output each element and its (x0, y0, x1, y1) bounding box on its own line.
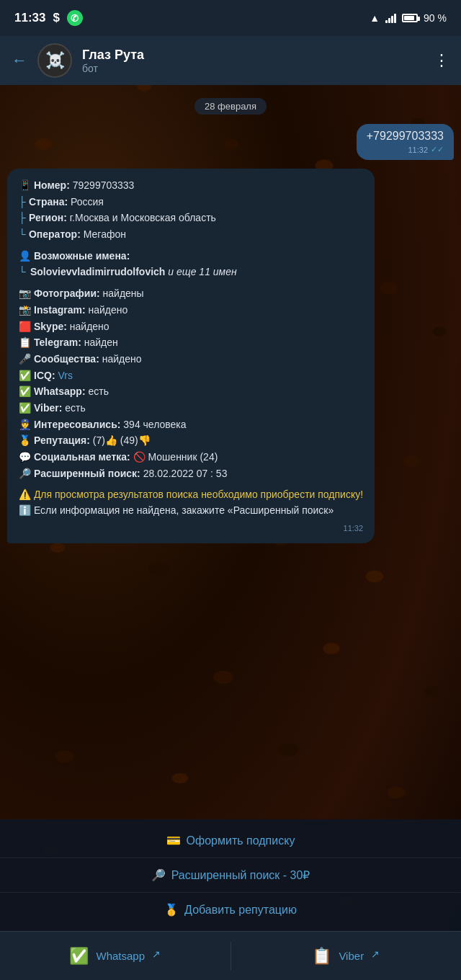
warning2-line: ℹ️ Если информация не найдена, закажите … (19, 503, 363, 518)
status-bar: 11:33 $ ✆ ▲ 90 % (0, 0, 461, 36)
interested-line: 👮 Интересовались: 394 человека (19, 417, 363, 433)
bot-message: 📱 Номер: 79299703333 ├ Страна: Россия ├ … (7, 169, 454, 543)
chat-info: Глаз Рута бот (82, 48, 424, 74)
names-icon: 👤 (19, 249, 31, 264)
outgoing-message: +79299703333 11:32 ✓✓ (7, 124, 454, 160)
tab-whatsapp-label: Whatsapp (96, 950, 145, 962)
battery-percent: 90 % (424, 12, 447, 24)
date-divider: 28 февраля (7, 99, 454, 112)
whatsapp-icon: ✆ (67, 10, 83, 26)
extended-search-line: 🔎 Расширенный поиск: 28.02.2022 07 : 53 (19, 466, 363, 482)
signal-icon (385, 13, 396, 23)
subscribe-button[interactable]: 💳 Оформить подписку (0, 824, 461, 858)
operator-line: └ Оператор: Мегафон (19, 227, 363, 243)
outgoing-time: 11:32 ✓✓ (367, 145, 444, 154)
skype-line: 🟥 Skype: найдено (19, 319, 363, 335)
tab-whatsapp-arrow: ↗ (152, 948, 161, 960)
chat-subtitle: бот (82, 63, 424, 74)
read-checks: ✓✓ (431, 145, 444, 154)
photos-line: 📷 Фотографии: найдены (19, 286, 363, 302)
whatsapp-check-icon: ✅ (19, 384, 31, 400)
battery-icon (402, 14, 418, 22)
region-line: ├ Регион: г.Москва и Московская область (19, 210, 363, 226)
skype-icon: 🟥 (19, 319, 31, 335)
telegram-icon: 📋 (19, 335, 31, 351)
communities-line: 🎤 Сообщества: найдено (19, 352, 363, 368)
avatar-emoji: ☠️ (45, 51, 65, 70)
phone-icon: 📱 (19, 178, 31, 194)
viber-line: ✅ Viber: есть (19, 401, 363, 416)
warning1-line: ⚠️ Для просмотра результатов поиска необ… (19, 487, 363, 502)
whatsapp-status-icon: $ (53, 11, 59, 25)
extended-search-icon: 🔎 (151, 868, 166, 882)
avatar: ☠️ (37, 43, 72, 78)
names-header-line: 👤 Возможные имена: (19, 249, 363, 264)
instagram-icon: 📸 (19, 303, 31, 318)
instagram-line: 📸 Instagram: найдено (19, 303, 363, 318)
chat-name: Глаз Рута (82, 48, 424, 63)
search-icon: 🔎 (19, 466, 31, 482)
social-tag-icon: 💬 (19, 450, 31, 466)
subscribe-label: Оформить подписку (187, 834, 295, 847)
phone-number-line: 📱 Номер: 79299703333 (19, 178, 363, 194)
reputation-icon: 🥇 (19, 433, 31, 449)
subscribe-icon: 💳 (166, 834, 181, 847)
add-reputation-button[interactable]: 🥇 Добавить репутацию (0, 893, 461, 927)
tab-viber-arrow: ↗ (371, 948, 380, 960)
icq-line: ✅ ICQ: Vrs (19, 368, 363, 384)
add-reputation-icon: 🥇 (164, 903, 179, 917)
back-button[interactable]: ← (12, 51, 27, 70)
reputation-line: 🥇 Репутация: (7)👍 (49)👎 (19, 433, 363, 449)
tab-viber-icon: 📋 (312, 947, 331, 966)
tab-viber-label: Viber (339, 950, 364, 962)
social-tag-line: 💬 Социальная метка: 🚫 Мошенник (24) (19, 450, 363, 466)
tab-bar: ✅ Whatsapp ↗ 📋 Viber ↗ (0, 931, 461, 980)
chat-header: ← ☠️ Глаз Рута бот ⋮ (0, 36, 461, 85)
add-reputation-label: Добавить репутацию (184, 904, 297, 917)
extended-search-label: Расширенный поиск - 30₽ (171, 868, 310, 882)
outgoing-text: +79299703333 (367, 130, 444, 143)
status-time: 11:33 (14, 11, 45, 25)
action-buttons-container: 💳 Оформить подписку 🔎 Расширенный поиск … (0, 819, 461, 931)
tab-whatsapp[interactable]: ✅ Whatsapp ↗ (0, 941, 230, 971)
header-menu-button[interactable]: ⋮ (434, 51, 449, 70)
names-value-line: └ Solovievvladimirrudolfovich и еще 11 и… (19, 264, 363, 280)
communities-icon: 🎤 (19, 352, 31, 368)
status-bar-left: 11:33 $ ✆ (14, 10, 83, 26)
whatsapp-line: ✅ Whatsapp: есть (19, 384, 363, 400)
icq-icon: ✅ (19, 368, 31, 384)
tab-whatsapp-icon: ✅ (69, 947, 89, 966)
bot-bubble: 📱 Номер: 79299703333 ├ Страна: Россия ├ … (7, 169, 375, 543)
telegram-line: 📋 Telegram: найден (19, 335, 363, 351)
viber-check-icon: ✅ (19, 401, 31, 416)
outgoing-bubble: +79299703333 11:32 ✓✓ (357, 124, 454, 160)
wifi-icon: ▲ (370, 12, 380, 24)
country-line: ├ Страна: Россия (19, 195, 363, 210)
bot-message-time: 11:32 (19, 522, 363, 535)
tab-viber[interactable]: 📋 Viber ↗ (231, 941, 462, 971)
extended-search-button[interactable]: 🔎 Расширенный поиск - 30₽ (0, 858, 461, 893)
interested-icon: 👮 (19, 417, 31, 433)
chat-area: 28 февраля +79299703333 11:32 ✓✓ 📱 Номер… (0, 85, 461, 819)
status-bar-right: ▲ 90 % (370, 12, 447, 24)
photos-icon: 📷 (19, 286, 31, 302)
